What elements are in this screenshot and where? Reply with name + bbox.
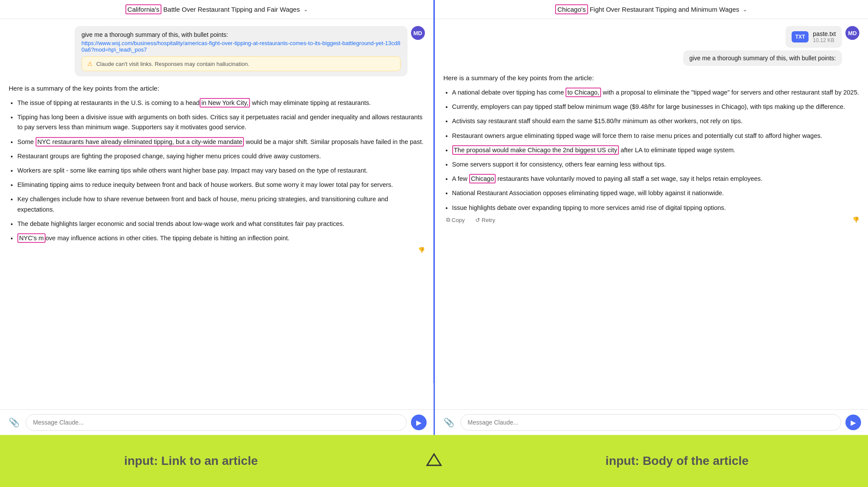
- left-warning-text: Claude can't visit links. Responses may …: [96, 61, 250, 67]
- right-bullet-1-highlight: to Chicago,: [566, 88, 601, 97]
- left-bullet-4-text: Restaurant groups are fighting the propo…: [17, 153, 321, 160]
- left-bullet-1-highlight: in New York City,: [200, 98, 250, 108]
- annotation-right-label: input: Body of the article: [486, 435, 868, 487]
- left-url-link[interactable]: https://www.wsj.com/business/hospitality…: [82, 40, 401, 53]
- left-attach-button[interactable]: 📎: [7, 415, 21, 429]
- left-summary-title: Here is a summary of the key points from…: [9, 83, 425, 94]
- left-pane: California's Battle Over Restaurant Tipp…: [0, 0, 435, 435]
- right-send-icon: ▶: [851, 418, 856, 427]
- left-bullet-8-text: The debate highlights larger economic an…: [17, 220, 345, 227]
- left-chat-area: give me a thorough summary of this, with…: [0, 19, 434, 409]
- left-bullets-list: The issue of tipping at restaurants in t…: [9, 98, 425, 243]
- right-chat-area: TXT paste.txt 10.12 KB give me a thoroug…: [435, 19, 868, 409]
- left-bullet-4: Restaurant groups are fighting the propo…: [17, 151, 425, 161]
- right-file-size: 10.12 KB: [813, 37, 836, 43]
- left-bullet-1: The issue of tipping at restaurants in t…: [17, 98, 425, 108]
- right-copy-button[interactable]: ⧉ Copy: [444, 216, 467, 224]
- right-bullet-9-text: Issue highlights debate over expanding t…: [452, 204, 726, 211]
- left-bullet-2-text: Tipping has long been a divisive issue w…: [17, 114, 423, 131]
- right-bullet-5: The proposal would make Chicago the 2nd …: [452, 145, 860, 155]
- warning-icon: ⚠: [87, 60, 93, 67]
- left-bullet-9: NYC's move may influence actions in othe…: [17, 233, 425, 243]
- left-bullet-3-before: Some: [17, 138, 36, 145]
- left-bullet-3-after: would be a major shift. Similar proposal…: [244, 138, 423, 145]
- right-bullet-4: Restaurant owners argue eliminating tipp…: [452, 131, 860, 141]
- right-file-name: paste.txt: [813, 30, 836, 37]
- left-bullet-6: Eliminating tipping aims to reduce inequ…: [17, 180, 425, 190]
- retry-label: Retry: [482, 217, 495, 223]
- left-bullet-8: The debate highlights larger economic an…: [17, 219, 425, 229]
- right-retry-button[interactable]: ↺ Retry: [473, 216, 498, 224]
- left-user-bubble: give me a thorough summary of this, with…: [75, 26, 408, 76]
- left-message-input[interactable]: [26, 414, 407, 431]
- left-bullet-1-before: The issue of tipping at restaurants in t…: [17, 99, 200, 106]
- right-bullet-1-before: A national debate over tipping has come: [452, 89, 566, 96]
- right-file-info: paste.txt 10.12 KB: [813, 30, 836, 43]
- left-bullet-3-highlight: NYC restaurants have already eliminated …: [36, 137, 244, 147]
- right-title-rest: Fight Over Restaurant Tipping and Minimu…: [590, 6, 740, 13]
- left-user-prompt-text: give me a thorough summary of this, with…: [82, 31, 228, 38]
- right-bullet-1-after: with a proposal to eliminate the "tipped…: [601, 89, 859, 96]
- left-thumbs-down-btn[interactable]: 👎: [418, 246, 425, 255]
- right-assistant-response: Here is a summary of the key points from…: [444, 71, 860, 228]
- annotation-bar: input: Link to an article input: Body of…: [0, 435, 868, 487]
- annotation-left-label: input: Link to an article: [0, 435, 382, 487]
- right-bullet-8: National Restaurant Association opposes …: [452, 188, 860, 198]
- left-bullet-5-text: Workers are split - some like earning ti…: [17, 167, 368, 174]
- left-bullet-5: Workers are split - some like earning ti…: [17, 166, 425, 176]
- right-bullet-5-after: after LA to eliminate tipped wage system…: [619, 147, 735, 154]
- right-pane: Chicago's Fight Over Restaurant Tipping …: [435, 0, 868, 435]
- left-bullet-7-text: Key challenges include how to share reve…: [17, 196, 388, 212]
- pane-divider: [434, 0, 435, 383]
- right-summary-title: Here is a summary of the key points from…: [444, 73, 860, 83]
- right-bullet-7-highlight: Chicago: [469, 174, 496, 183]
- right-bullet-7: A few Chicago restaurants have voluntari…: [452, 174, 860, 184]
- right-bullet-9: Issue highlights debate over expanding t…: [452, 203, 860, 213]
- left-assistant-response: Here is a summary of the key points from…: [9, 82, 425, 258]
- copy-label: Copy: [452, 217, 465, 223]
- right-user-row: TXT paste.txt 10.12 KB give me a thoroug…: [683, 26, 859, 66]
- right-bullet-2-text: Currently, employers can pay tipped staf…: [452, 103, 845, 110]
- left-title-bar: California's Battle Over Restaurant Tipp…: [0, 0, 434, 19]
- left-title-highlight: California's: [125, 4, 162, 14]
- right-title-chevron[interactable]: ⌄: [743, 6, 747, 13]
- right-bullet-3-text: Activists say restaurant staff should ea…: [452, 118, 743, 124]
- right-file-card: TXT paste.txt 10.12 KB: [786, 26, 842, 48]
- right-input-area: 📎 ▶: [435, 409, 868, 435]
- right-send-button[interactable]: ▶: [845, 415, 861, 430]
- right-bullet-7-before: A few: [452, 175, 470, 182]
- right-title-bar: Chicago's Fight Over Restaurant Tipping …: [435, 0, 868, 19]
- right-attach-button[interactable]: 📎: [442, 415, 456, 429]
- left-title-chevron[interactable]: ⌄: [303, 6, 308, 13]
- left-action-bar: 👎: [9, 243, 425, 257]
- right-avatar: MD: [845, 26, 859, 40]
- left-title-rest: Battle Over Restaurant Tipping and Fair …: [163, 6, 300, 13]
- left-warning-box: ⚠ Claude can't visit links. Responses ma…: [82, 56, 401, 71]
- left-bullet-1-after: which may eliminate tipping at restauran…: [250, 99, 371, 106]
- right-user-message-container: TXT paste.txt 10.12 KB give me a thoroug…: [444, 26, 860, 66]
- left-input-area: 📎 ▶: [0, 409, 434, 435]
- right-message-input[interactable]: [460, 414, 842, 431]
- right-title-highlight: Chicago's: [555, 4, 588, 14]
- right-thumbs-down-btn[interactable]: 👎: [852, 216, 859, 225]
- right-file-icon: TXT: [792, 31, 809, 42]
- left-bullet-3: Some NYC restaurants have already elimin…: [17, 137, 425, 147]
- right-bullet-1: A national debate over tipping has come …: [452, 88, 860, 98]
- left-bullet-6-text: Eliminating tipping aims to reduce inequ…: [17, 181, 393, 188]
- left-user-message-container: give me a thorough summary of this, with…: [9, 26, 425, 76]
- right-bullet-5-highlight: The proposal would make Chicago the 2nd …: [452, 145, 619, 155]
- right-bullet-6-text: Some servers support it for consistency,…: [452, 161, 666, 168]
- left-bullet-7: Key challenges include how to share reve…: [17, 194, 425, 214]
- left-bullet-9-highlight: NYC's m: [17, 233, 46, 243]
- right-user-bubble: give me a thorough summary of this, with…: [683, 50, 842, 66]
- right-bullet-8-text: National Restaurant Association opposes …: [452, 190, 724, 196]
- annotation-center: [382, 435, 486, 487]
- left-send-button[interactable]: ▶: [411, 415, 427, 430]
- right-action-bar: ⧉ Copy ↺ Retry 👎: [444, 213, 860, 226]
- copy-icon: ⧉: [446, 216, 450, 223]
- right-bullet-7-after: restaurants have voluntarily moved to pa…: [496, 175, 763, 182]
- left-send-icon: ▶: [416, 418, 421, 427]
- svg-marker-0: [427, 454, 441, 465]
- left-bullet-2: Tipping has long been a divisive issue w…: [17, 112, 425, 132]
- left-bullet-9-after: ove may influence actions in other citie…: [46, 235, 289, 242]
